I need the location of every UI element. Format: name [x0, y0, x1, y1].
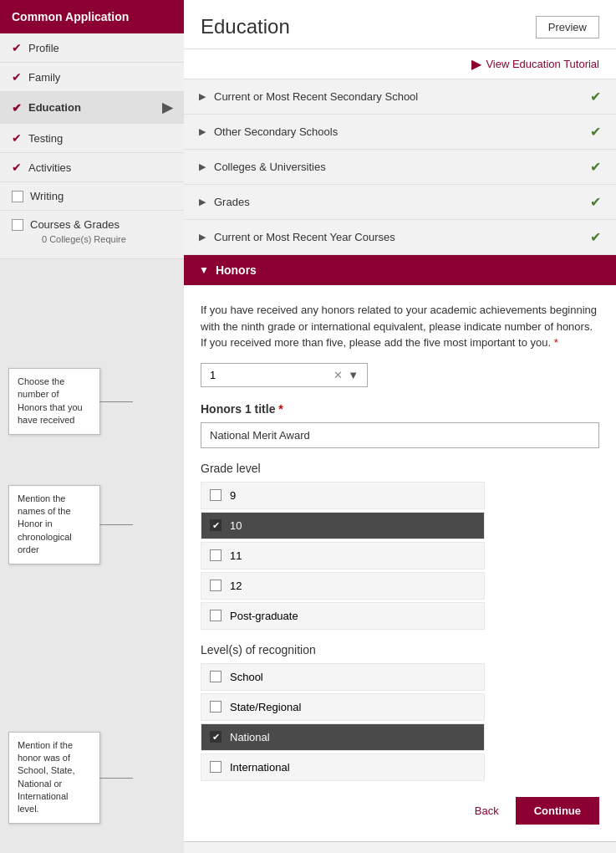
sidebar-label-family: Family — [28, 71, 60, 84]
annotation-honors-count: Choose the number of Honors that you hav… — [8, 368, 100, 435]
grade-12-label: 12 — [230, 580, 242, 592]
chevron-right-icon-4: ▶ — [199, 197, 206, 207]
section-secondary-school[interactable]: ▶ Current or Most Recent Secondary Schoo… — [184, 79, 616, 115]
sidebar-header: Common Application — [0, 0, 184, 33]
tutorial-row: ▶ View Education Tutorial — [184, 49, 616, 79]
sidebar-label-education: Education — [28, 101, 81, 114]
check-icon-activities: ✔ — [12, 161, 22, 174]
annotation-honor-level: Mention if the honor was of School, Stat… — [8, 732, 100, 824]
honors-title-input[interactable] — [201, 422, 599, 448]
recognition-school-label: School — [230, 671, 263, 683]
grade-11-label: 11 — [230, 549, 242, 562]
recognition-state-row[interactable]: State/Regional — [201, 693, 485, 721]
recognition-school-checkbox[interactable] — [210, 671, 221, 682]
honors-title-label: Honors 1 title * — [201, 402, 599, 416]
honors-title-field-group: Honors 1 title * — [201, 402, 599, 448]
section-colleges[interactable]: ▶ Colleges & Universities ✔ — [184, 150, 616, 185]
chevron-right-icon-5: ▶ — [199, 232, 206, 243]
grade-checkboxes: 9 ✔ 10 11 12 — [201, 482, 485, 630]
check-empty-icon-writing — [12, 191, 23, 202]
grade-10-checkbox[interactable]: ✔ — [210, 519, 221, 531]
form-actions: Back Continue — [201, 784, 599, 833]
page-title: Education — [201, 15, 290, 38]
grade-postgrad-checkbox[interactable] — [210, 610, 221, 621]
recognition-international-checkbox[interactable] — [210, 761, 221, 773]
check-icon-profile: ✔ — [12, 41, 22, 54]
grade-9-checkbox[interactable] — [210, 489, 221, 501]
play-icon: ▶ — [471, 56, 481, 72]
back-button[interactable]: Back — [475, 804, 499, 817]
grade-9-row[interactable]: 9 — [201, 482, 485, 509]
recognition-school-row[interactable]: School — [201, 663, 485, 691]
grade-12-row[interactable]: 12 — [201, 572, 485, 600]
check-complete-3: ✔ — [590, 159, 601, 175]
continue-button[interactable]: Continue — [516, 797, 599, 825]
active-arrow-icon: ▶ — [162, 100, 172, 115]
grade-10-label: 10 — [230, 519, 242, 532]
grade-11-row[interactable]: 11 — [201, 542, 485, 570]
grade-12-checkbox[interactable] — [210, 580, 221, 591]
section-community[interactable]: ▶ Community-Based Organizations — [184, 841, 616, 854]
section-other-secondary[interactable]: ▶ Other Secondary Schools ✔ — [184, 115, 616, 150]
check-icon-family: ✔ — [12, 70, 22, 84]
recognition-international-label: International — [230, 761, 290, 774]
courses-sub-label: 0 College(s) Require — [12, 231, 138, 251]
grade-level-label: Grade level — [201, 462, 599, 475]
recognition-state-checkbox[interactable] — [210, 701, 221, 713]
chevron-down-icon: ▼ — [199, 264, 209, 276]
sidebar-item-testing[interactable]: ✔ Testing — [0, 124, 184, 153]
sidebar-item-activities[interactable]: ✔ Activities — [0, 153, 184, 182]
check-icon-testing: ✔ — [12, 131, 22, 145]
sidebar-label-activities: Activities — [28, 161, 71, 174]
recognition-national-label: National — [230, 731, 270, 743]
section-list: ▶ Current or Most Recent Secondary Schoo… — [184, 79, 616, 255]
sidebar-label-courses: Courses & Grades — [30, 218, 120, 231]
recognition-label: Level(s) of recognition — [201, 643, 599, 656]
recognition-checkboxes: School State/Regional ✔ National Int — [201, 663, 485, 781]
tutorial-link[interactable]: ▶ View Education Tutorial — [471, 56, 599, 72]
recognition-group: Level(s) of recognition School State/Reg… — [201, 643, 599, 781]
sidebar-item-family[interactable]: ✔ Family — [0, 63, 184, 92]
annotation-honor-names: Mention the names of the Honor in chrono… — [8, 485, 100, 564]
honors-body: If you have received any honors related … — [184, 285, 616, 841]
preview-button[interactable]: Preview — [536, 16, 599, 38]
check-icon-education: ✔ — [12, 101, 22, 115]
dropdown-icon[interactable]: ▼ — [348, 369, 359, 381]
sidebar-item-education[interactable]: ✔ Education ▶ — [0, 92, 184, 124]
grade-postgrad-row[interactable]: Post-graduate — [201, 602, 485, 630]
sidebar-item-writing[interactable]: Writing — [0, 182, 184, 211]
honors-header: ▼ Honors — [184, 255, 616, 285]
honors-count-row: 1 ✕ ▼ — [201, 363, 599, 387]
sidebar-label-profile: Profile — [28, 42, 59, 54]
main-content: Education Preview ▶ View Education Tutor… — [184, 0, 616, 853]
check-empty-icon-courses — [12, 219, 23, 231]
required-star: * — [554, 336, 558, 349]
main-header: Education Preview — [184, 0, 616, 49]
select-value: 1 — [210, 369, 333, 381]
title-required-star: * — [278, 402, 283, 416]
section-grades[interactable]: ▶ Grades ✔ — [184, 185, 616, 220]
check-complete-1: ✔ — [590, 89, 601, 105]
chevron-right-icon-3: ▶ — [199, 161, 206, 172]
grade-level-group: Grade level 9 ✔ 10 11 — [201, 462, 599, 630]
sidebar-label-writing: Writing — [30, 190, 64, 202]
sidebar-item-courses[interactable]: Courses & Grades 0 College(s) Require — [0, 211, 184, 259]
recognition-international-row[interactable]: International — [201, 753, 485, 781]
section-year-courses[interactable]: ▶ Current or Most Recent Year Courses ✔ — [184, 220, 616, 255]
recognition-state-label: State/Regional — [230, 701, 301, 713]
recognition-national-checkbox[interactable]: ✔ — [210, 731, 221, 743]
check-complete-5: ✔ — [590, 229, 601, 245]
sidebar-label-testing: Testing — [28, 132, 63, 145]
sidebar-item-profile[interactable]: ✔ Profile — [0, 33, 184, 63]
sidebar: Common Application ✔ Profile ✔ Family ✔ … — [0, 0, 184, 853]
honors-count-select[interactable]: 1 ✕ ▼ — [201, 363, 368, 387]
check-complete-2: ✔ — [590, 124, 601, 140]
recognition-national-row[interactable]: ✔ National — [201, 723, 485, 751]
chevron-right-icon-1: ▶ — [199, 91, 206, 102]
grade-10-row[interactable]: ✔ 10 — [201, 512, 485, 539]
clear-icon[interactable]: ✕ — [333, 369, 343, 381]
grade-9-label: 9 — [230, 489, 236, 502]
honors-description: If you have received any honors related … — [201, 302, 599, 351]
grade-11-checkbox[interactable] — [210, 549, 221, 561]
grade-postgrad-label: Post-graduate — [230, 610, 298, 622]
